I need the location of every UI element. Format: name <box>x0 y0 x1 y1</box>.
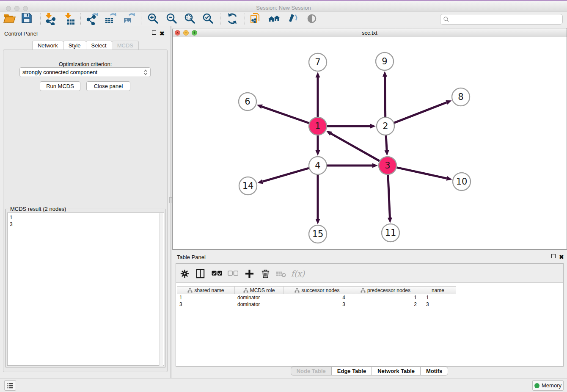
tab-network-table[interactable]: Network Table <box>372 367 421 375</box>
table-row[interactable]: 1dominator411 <box>177 294 563 301</box>
table-cell: 1 <box>351 294 420 301</box>
save-session-icon[interactable] <box>20 11 34 26</box>
tab-mcds[interactable]: MCDS <box>112 41 139 50</box>
mcds-result-title: MCDS result (2 nodes) <box>8 206 68 212</box>
settings-gear-icon[interactable] <box>178 267 191 280</box>
graph-edge-3-11[interactable] <box>388 175 392 223</box>
graph-node-7[interactable]: 7 <box>309 53 327 71</box>
graph-node-1[interactable]: 1 <box>309 117 327 135</box>
search-icon <box>443 16 449 22</box>
graph-node-3[interactable]: 3 <box>379 157 396 174</box>
graph-node-9[interactable]: 9 <box>376 52 394 70</box>
select-chevrons-icon <box>143 69 148 76</box>
network-view-window: × − + scc.txt 7968124314101511 <box>172 28 567 250</box>
mcds-result-group: MCDS result (2 nodes) 13 <box>6 209 165 367</box>
svg-text:11: 11 <box>385 228 396 238</box>
graph-node-10[interactable]: 10 <box>453 173 471 190</box>
tab-edge-table[interactable]: Edge Table <box>331 367 372 375</box>
memory-label: Memory <box>542 382 561 389</box>
float-table-panel-icon[interactable] <box>551 254 556 259</box>
apply-layout-icon[interactable] <box>225 11 239 26</box>
select-all-columns-icon[interactable] <box>210 267 223 280</box>
home-icon[interactable] <box>267 11 281 26</box>
function-builder-icon: f(x) <box>289 267 306 280</box>
graph-edge-3-1[interactable] <box>326 131 380 161</box>
graph-edge-1-4[interactable] <box>316 135 320 156</box>
deselect-all-columns-icon[interactable] <box>226 267 239 280</box>
zoom-out-icon[interactable] <box>165 11 179 26</box>
close-panel-button[interactable]: Close panel <box>86 81 130 91</box>
graph-edge-3-10[interactable] <box>396 168 452 181</box>
open-session-icon[interactable] <box>2 11 17 26</box>
export-table-icon[interactable] <box>103 11 118 26</box>
graph-edge-2-3[interactable] <box>385 135 389 156</box>
column-header-predecessor-nodes[interactable]: predecessor nodes <box>351 286 420 294</box>
network-canvas[interactable]: 7968124314101511 <box>173 37 567 248</box>
svg-text:15: 15 <box>312 229 324 239</box>
table-panel-tabs: Node TableEdge TableNetwork TableMotifs <box>172 367 567 378</box>
zoom-selected-icon[interactable] <box>201 11 215 26</box>
graph-edge-4-14[interactable] <box>257 168 309 184</box>
network-window-titlebar[interactable]: × − + scc.txt <box>173 28 567 37</box>
tab-style[interactable]: Style <box>63 41 86 50</box>
import-network-icon[interactable] <box>43 11 58 26</box>
svg-text:8: 8 <box>458 92 463 102</box>
clone-network-icon[interactable] <box>248 11 263 26</box>
svg-text:3: 3 <box>385 160 390 171</box>
graph-node-14[interactable]: 14 <box>239 177 257 195</box>
show-column-icon[interactable] <box>194 267 206 280</box>
mcds-result-textarea[interactable]: 13 <box>7 213 164 366</box>
graph-edge-4-3[interactable] <box>327 163 378 168</box>
graph-node-11[interactable]: 11 <box>382 224 399 242</box>
graph-node-6[interactable]: 6 <box>239 93 256 110</box>
search-box[interactable] <box>440 14 563 25</box>
export-network-icon[interactable] <box>85 11 99 26</box>
criterion-select[interactable]: strongly connected component <box>19 67 151 77</box>
graph-edge-2-9[interactable] <box>383 71 387 117</box>
add-column-icon[interactable] <box>243 267 256 280</box>
export-image-icon[interactable] <box>122 11 136 26</box>
table-row[interactable]: 3dominator323 <box>177 301 563 308</box>
graph-node-2[interactable]: 2 <box>377 117 394 135</box>
column-header-shared-name[interactable]: shared name <box>177 286 235 294</box>
status-bar: Memory <box>0 378 567 392</box>
control-panel-title: Control Panel <box>4 30 38 37</box>
tab-node-table[interactable]: Node Table <box>291 367 332 375</box>
graph-edge-1-7[interactable] <box>316 72 320 117</box>
import-table-icon[interactable] <box>63 11 77 26</box>
graph-node-15[interactable]: 15 <box>309 225 327 243</box>
table-cell: 2 <box>351 301 420 308</box>
delete-column-icon[interactable] <box>259 267 272 280</box>
column-header-name[interactable]: name <box>420 286 456 294</box>
close-panel-icon[interactable]: ✖ <box>160 30 165 37</box>
column-header-successor-nodes[interactable]: successor nodes <box>284 286 351 294</box>
list-icon <box>6 382 14 389</box>
tab-motifs[interactable]: Motifs <box>420 367 448 375</box>
zoom-in-icon[interactable] <box>146 11 160 26</box>
table-cell: 1 <box>420 294 456 301</box>
graph-edge-4-15[interactable] <box>316 175 320 224</box>
tab-select[interactable]: Select <box>86 41 112 50</box>
mcds-result-line: 3 <box>10 221 164 228</box>
zoom-fit-icon[interactable] <box>183 11 197 26</box>
result-scrollbar[interactable] <box>159 213 163 366</box>
column-header-MCDS-role[interactable]: MCDS role <box>235 286 284 294</box>
graph-node-8[interactable]: 8 <box>452 88 470 106</box>
graph-edge-1-2[interactable] <box>327 124 376 129</box>
run-mcds-button[interactable]: Run MCDS <box>40 81 80 91</box>
memory-button[interactable]: Memory <box>532 380 564 391</box>
graph-edge-2-8[interactable] <box>394 100 452 123</box>
table-toolbar: f(x) <box>176 264 563 283</box>
float-panel-icon[interactable] <box>152 30 156 36</box>
delete-table-icon <box>275 267 287 280</box>
task-history-button[interactable] <box>4 380 16 391</box>
node-table-container: f(x) shared nameMCDS rolesuccessor nodes… <box>176 263 564 367</box>
graph-edge-1-6[interactable] <box>257 105 309 123</box>
close-table-panel-icon[interactable]: ✖ <box>559 254 564 260</box>
style-paint-icon[interactable] <box>286 11 300 26</box>
criterion-select-value: strongly connected component <box>22 69 143 75</box>
toolbar-separator <box>141 13 141 25</box>
tab-network[interactable]: Network <box>32 41 63 50</box>
graph-node-4[interactable]: 4 <box>309 157 327 174</box>
search-input[interactable] <box>449 15 562 24</box>
